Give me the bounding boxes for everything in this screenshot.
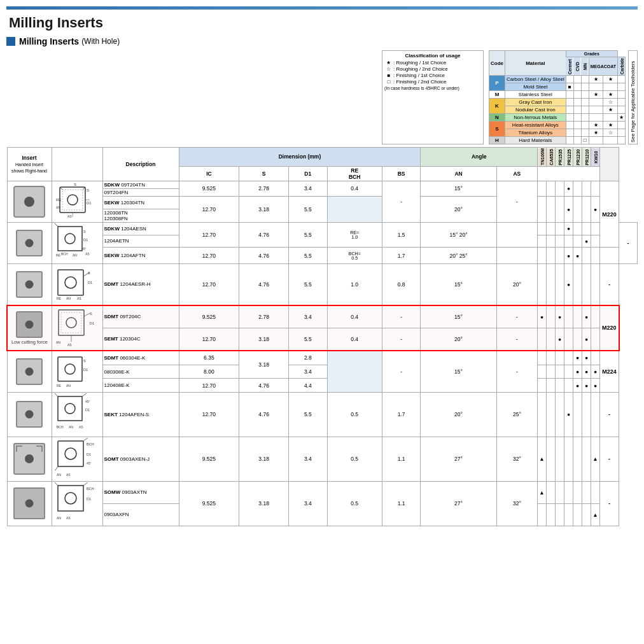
grade-pr1230-2 (573, 196, 582, 222)
dim-s-h2: 3.18 (239, 328, 289, 351)
svg-text:RE: RE (56, 198, 61, 202)
grade-pr1225-8 (564, 437, 573, 481)
grade-pr1210-1 (582, 181, 591, 196)
dim-re-3: RE=1.0 (327, 222, 382, 247)
dim-as-4 (496, 248, 537, 264)
legend-roughing-1st: ★ : Roughing / 1st Choice (384, 60, 481, 66)
header-ca6535: CA6535 (547, 148, 556, 167)
dim-ic-3: 12.70 (179, 222, 239, 247)
grade-pr1230-3b (573, 235, 582, 248)
right-label-6: - (600, 392, 619, 437)
grade-tn100m-6c (538, 379, 547, 393)
header-pr1535: PR1535 (556, 148, 564, 167)
grade-kw10-4 (591, 248, 600, 264)
svg-point-47 (65, 403, 75, 414)
grade-ca6535-9b (547, 503, 556, 526)
desc-sekt-1204afen-s: SEKT 1204AFEN-S (102, 392, 179, 437)
dim-s-2: 3.18 (239, 196, 289, 222)
grade-pr1225-6a (564, 351, 573, 365)
right-label-h: M220 (600, 305, 619, 351)
svg-rect-1 (62, 190, 83, 210)
header-toolholder (600, 148, 619, 181)
table-row: 45° D1 BCH AN AS SEKT 1204AFEN-S 12.70 4… (7, 392, 638, 437)
svg-text:AS: AS (66, 473, 71, 477)
grade-pr1230-4: ● (573, 248, 582, 264)
grade-pr1535-9a (556, 481, 564, 503)
table-row: S D1 RE AN SDMT 060304E-K 6.35 3.18 2.8 … (7, 351, 638, 365)
page: Milling Inserts Milling Inserts (With Ho… (0, 0, 644, 644)
dim-ic-6a: 6.35 (179, 351, 239, 365)
grade-ca6535-8 (547, 437, 556, 481)
desc-sekw-120304tn: SEKW 120304TN (102, 196, 179, 209)
dim-d1-h2: 5.5 (288, 328, 327, 351)
grade-ca6535-5 (547, 263, 556, 305)
drawing-image-7: BCH D1 AN AS 45° (52, 437, 102, 481)
dim-an-7: 20° (421, 392, 496, 437)
grade-ca6535-h1 (547, 305, 556, 328)
dim-re-6 (327, 351, 382, 393)
grade-kw10-2: ● (591, 196, 600, 222)
grade-pr1210-8 (582, 437, 591, 481)
header-drawing (52, 148, 102, 181)
desc-sdmt-09t204c: SDMT 09T204C (102, 305, 179, 328)
dim-d1-4: 5.5 (288, 248, 327, 264)
grade-pr1535-4 (556, 248, 564, 264)
dim-an-6: 15° (421, 351, 496, 393)
dim-bs-1: - (382, 181, 421, 222)
grade-pr1225-9b (564, 503, 573, 526)
svg-rect-23 (58, 270, 83, 295)
dim-re-1: 0.4 (327, 181, 382, 196)
dim-d1-h1: 3.4 (288, 305, 327, 328)
svg-text:BCH: BCH (57, 425, 64, 429)
svg-point-2 (67, 195, 78, 205)
grade-ca6535-4 (547, 248, 556, 264)
dim-s-4: 4.76 (239, 248, 289, 264)
svg-text:AN: AN (56, 206, 60, 209)
dim-d1-8: 3.4 (288, 437, 327, 481)
legend-note: (In case hardness is 45HRC or under) (384, 86, 481, 90)
svg-point-33 (66, 318, 76, 328)
grade-kw10-9a (591, 481, 600, 503)
svg-line-15 (55, 223, 58, 227)
dim-re-h2: 0.4 (327, 328, 382, 351)
insert-image-3 (7, 263, 52, 305)
desc-sdmt-080308ek: 080308E-K (102, 365, 179, 379)
grade-kw10-3b (591, 235, 600, 248)
grade-pr1210-5 (582, 263, 591, 305)
dim-d1-6b: 3.4 (288, 365, 327, 379)
dim-ic-4: 12.70 (179, 248, 239, 264)
right-label-1: M220 (600, 181, 619, 247)
dim-ic-5: 12.70 (179, 263, 239, 305)
dim-d1-9: 3.4 (288, 481, 327, 526)
grade-kw10-9b: ▲ (591, 503, 600, 526)
drawing-image-6: 45° D1 BCH AN AS (52, 392, 102, 437)
desc-sdkw-09t204tn: SDKW 09T204TN (102, 181, 179, 188)
desc-somt-0903axen-j: SOMT 0903AXEN-J (102, 437, 179, 481)
grade-pr1225-h1 (564, 305, 573, 328)
grade-tn100m-6b (538, 365, 547, 379)
svg-text:S: S (83, 230, 86, 234)
grade-pr1225-h2 (564, 328, 573, 351)
grade-pr1230-9b (573, 503, 582, 526)
svg-rect-13 (58, 227, 82, 251)
dim-an-4: 20° 25° (421, 248, 496, 264)
grade-pr1230-1 (573, 181, 582, 196)
grade-pr1210-4 (582, 248, 591, 264)
dim-s-h1: 2.78 (239, 305, 289, 328)
svg-point-24 (65, 277, 76, 288)
grade-ca6535-6a (547, 351, 556, 365)
grade-pr1535-1 (556, 181, 564, 196)
grade-pr1535-8 (556, 437, 564, 481)
section-header: Milling Inserts (With Hole) (6, 36, 638, 46)
dim-bs-8: 1.1 (382, 437, 421, 481)
drawing-image-2: S D1 BCH 45° RE AN AS (52, 222, 102, 263)
dim-as-h1: - (496, 305, 537, 328)
dim-ic-8: 9.525 (179, 437, 239, 481)
low-cutting-label: Low cutting force (9, 339, 50, 345)
grade-pr1535-h1: ● (556, 305, 564, 328)
grade-pr1535-6c (556, 379, 564, 393)
grade-pr1230-6c: ● (573, 379, 582, 393)
grade-pr1210-6a: ● (582, 351, 591, 365)
dim-re-5: 1.0 (327, 263, 382, 305)
grade-pr1225-6c (564, 379, 573, 393)
